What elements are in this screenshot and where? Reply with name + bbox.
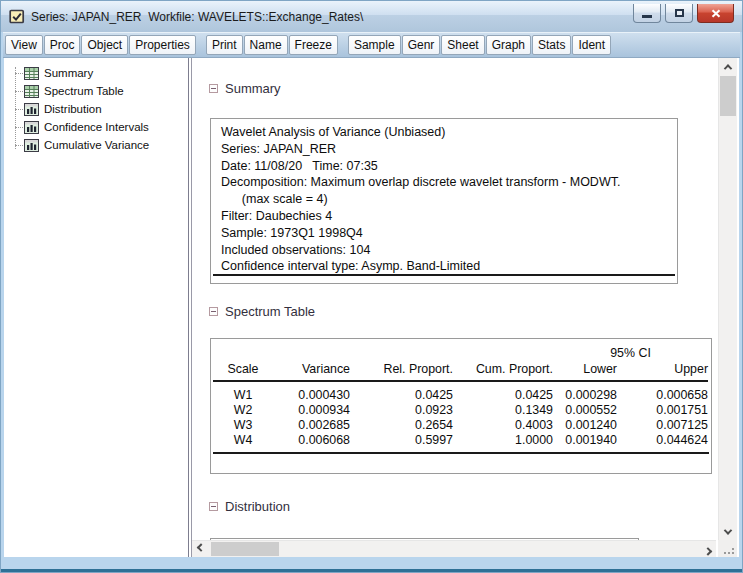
summary-line: Date: 11/08/20 Time: 07:35 bbox=[221, 158, 677, 175]
collapse-toggle-icon[interactable] bbox=[209, 502, 218, 511]
toolbar-button-sheet[interactable]: Sheet bbox=[441, 35, 484, 55]
double-rule bbox=[213, 274, 675, 276]
window-title: Series: JAPAN_RER Workfile: WAVELETS::Ex… bbox=[31, 10, 633, 24]
summary-line: Sample: 1973Q1 1998Q4 bbox=[221, 225, 677, 242]
tree-item-label: Cumulative Variance bbox=[44, 139, 149, 151]
tree-item-label: Confidence Intervals bbox=[44, 121, 149, 133]
tree-item-label: Distribution bbox=[44, 103, 102, 115]
table-cell: W1 bbox=[213, 387, 273, 402]
bar-chart-icon bbox=[24, 103, 39, 116]
vertical-scrollbar[interactable] bbox=[718, 58, 737, 540]
eviews-series-icon bbox=[9, 9, 25, 24]
scroll-down-button[interactable] bbox=[719, 523, 736, 540]
toolbar: View Proc Object Properties Print Name F… bbox=[3, 32, 740, 58]
scroll-left-button[interactable] bbox=[192, 541, 209, 558]
window-bottom-edge bbox=[1, 569, 742, 572]
scroll-right-icon bbox=[703, 547, 711, 555]
table-cell: 0.002685 bbox=[273, 417, 350, 432]
toolbar-button-graph[interactable]: Graph bbox=[486, 35, 531, 55]
table-cell: 0.000552 bbox=[553, 402, 617, 417]
summary-line: Confidence interval type: Asymp. Band-Li… bbox=[221, 258, 677, 275]
tree-connector bbox=[15, 73, 23, 74]
table-row: W2 0.000934 0.0923 0.1349 0.000552 0.001… bbox=[213, 402, 708, 417]
table-cell: 0.007125 bbox=[617, 417, 708, 432]
restore-icon bbox=[675, 9, 684, 17]
summary-line: Decomposition: Maximum overlap discrete … bbox=[221, 174, 677, 191]
horizontal-scrollbar[interactable] bbox=[192, 540, 716, 557]
table-cell: 0.006068 bbox=[273, 432, 350, 447]
toolbar-group-output: Print Name Freeze bbox=[206, 35, 339, 55]
tree-connector bbox=[15, 127, 23, 128]
spool-view: Summary Wavelet Analysis of Variance (Un… bbox=[192, 58, 739, 557]
column-header-variance: Variance bbox=[273, 360, 350, 376]
toolbar-button-properties[interactable]: Properties bbox=[129, 35, 196, 55]
toolbar-button-stats[interactable]: Stats bbox=[532, 35, 571, 55]
column-header-rel-proport: Rel. Proport. bbox=[350, 360, 453, 376]
collapse-toggle-icon[interactable] bbox=[209, 307, 218, 316]
tree-connector bbox=[15, 91, 23, 92]
vertical-scroll-thumb[interactable] bbox=[720, 76, 736, 116]
close-button[interactable] bbox=[697, 4, 734, 23]
table-row: W3 0.002685 0.2654 0.4003 0.001240 0.007… bbox=[213, 417, 708, 432]
scroll-left-icon bbox=[196, 543, 204, 551]
toolbar-button-proc[interactable]: Proc bbox=[44, 35, 81, 55]
table-cell: 0.0923 bbox=[350, 402, 453, 417]
tree-item-cumulative-variance[interactable]: Cumulative Variance bbox=[4, 136, 188, 154]
table-row: W4 0.006068 0.5997 1.0000 0.001940 0.044… bbox=[213, 432, 708, 447]
grip-dot-icon bbox=[728, 552, 730, 554]
tree-item-label: Spectrum Table bbox=[44, 85, 124, 97]
table-cell: 0.1349 bbox=[453, 402, 553, 417]
spool-tree-panel: Summary Spectrum Table bbox=[4, 58, 188, 557]
section-header-summary: Summary bbox=[209, 81, 281, 96]
table-cell: 0.000298 bbox=[553, 387, 617, 402]
double-rule bbox=[213, 452, 709, 454]
restore-button[interactable] bbox=[665, 4, 693, 23]
table-cell: W3 bbox=[213, 417, 273, 432]
summary-output-box: Wavelet Analysis of Variance (Unbiased) … bbox=[210, 118, 678, 284]
grip-dot-icon bbox=[732, 548, 734, 550]
table-cell: 0.2654 bbox=[350, 417, 453, 432]
resize-grip[interactable] bbox=[718, 540, 737, 557]
toolbar-button-view[interactable]: View bbox=[5, 35, 43, 55]
tree-connector bbox=[15, 145, 23, 146]
toolbar-button-freeze[interactable]: Freeze bbox=[289, 35, 338, 55]
toolbar-button-object[interactable]: Object bbox=[81, 35, 128, 55]
tree-item-distribution[interactable]: Distribution bbox=[4, 100, 188, 118]
toolbar-button-print[interactable]: Print bbox=[206, 35, 243, 55]
table-cell: 0.001751 bbox=[617, 402, 708, 417]
scroll-down-icon bbox=[723, 526, 731, 534]
minimize-button[interactable] bbox=[633, 4, 661, 23]
table-icon bbox=[24, 67, 39, 80]
column-header-cum-proport: Cum. Proport. bbox=[453, 360, 553, 376]
toolbar-button-sample[interactable]: Sample bbox=[348, 35, 401, 55]
table-cell: W4 bbox=[213, 432, 273, 447]
titlebar[interactable]: Series: JAPAN_RER Workfile: WAVELETS::Ex… bbox=[1, 1, 742, 32]
table-row: W1 0.000430 0.0425 0.0425 0.000298 0.000… bbox=[213, 387, 708, 402]
tree-item-confidence-intervals[interactable]: Confidence Intervals bbox=[4, 118, 188, 136]
bar-chart-icon bbox=[24, 121, 39, 134]
toolbar-button-ident[interactable]: Ident bbox=[572, 35, 611, 55]
tree-item-summary[interactable]: Summary bbox=[4, 64, 188, 82]
column-header-lower: Lower bbox=[553, 360, 617, 376]
toolbar-group-view: View Proc Object Properties bbox=[5, 35, 197, 55]
column-header-scale: Scale bbox=[213, 360, 273, 376]
toolbar-button-name[interactable]: Name bbox=[244, 35, 288, 55]
tree: Summary Spectrum Table bbox=[4, 58, 188, 154]
grip-dot-icon bbox=[732, 552, 734, 554]
tree-item-spectrum-table[interactable]: Spectrum Table bbox=[4, 82, 188, 100]
table-cell: 0.0425 bbox=[350, 387, 453, 402]
section-title-summary: Summary bbox=[225, 81, 281, 96]
toolbar-button-genr[interactable]: Genr bbox=[402, 35, 441, 55]
table-cell: 1.0000 bbox=[453, 432, 553, 447]
tree-item-label: Summary bbox=[44, 67, 93, 79]
scroll-right-button[interactable] bbox=[699, 541, 716, 557]
minimize-icon bbox=[642, 15, 652, 18]
scroll-up-button[interactable] bbox=[719, 58, 736, 75]
eviews-series-window: Series: JAPAN_RER Workfile: WAVELETS::Ex… bbox=[0, 0, 743, 573]
summary-line: Included observations: 104 bbox=[221, 242, 677, 259]
section-header-spectrum-table: Spectrum Table bbox=[209, 304, 315, 319]
horizontal-scroll-thumb[interactable] bbox=[211, 542, 279, 556]
collapse-toggle-icon[interactable] bbox=[209, 84, 218, 93]
column-header-upper: Upper bbox=[617, 360, 708, 376]
summary-line: Series: JAPAN_RER bbox=[221, 141, 677, 158]
